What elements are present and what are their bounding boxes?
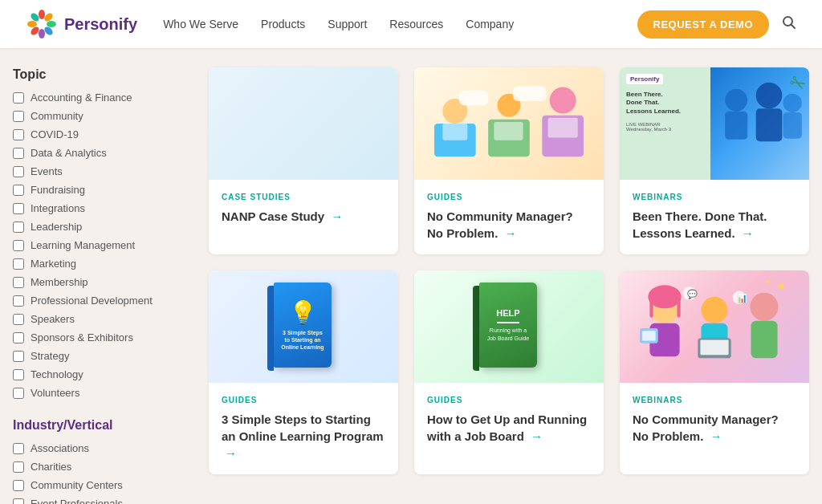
card-image-2 — [414, 67, 604, 180]
nav-products[interactable]: Products — [261, 18, 305, 30]
card-no-community-manager[interactable]: GUIDES No Community Manager? No Problem.… — [414, 67, 604, 254]
filter-integrations[interactable]: Integrations — [13, 202, 189, 214]
cards-grid: CASE STUDIES NANP Case Study → — [209, 67, 809, 474]
card-3-simple-steps[interactable]: 💡 3 Simple Steps to Starting an Online L… — [209, 270, 398, 474]
filter-learning-management[interactable]: Learning Management — [13, 239, 189, 251]
card-image-5: HELP Running with a Job Board Guide — [414, 270, 604, 383]
checkbox-speakers[interactable] — [13, 314, 24, 325]
label-marketing: Marketing — [31, 258, 76, 270]
card-arrow-1: → — [331, 209, 343, 223]
card-been-there[interactable]: Personify Been There.Done That.Lessons L… — [620, 67, 809, 254]
checkbox-integrations[interactable] — [13, 203, 24, 214]
filter-covid19[interactable]: COVID-19 — [13, 128, 189, 140]
label-volunteers: Volunteers — [31, 387, 79, 399]
main-nav: Who We Serve Products Support Resources … — [163, 18, 637, 30]
checkbox-leadership[interactable] — [13, 222, 24, 233]
checkbox-fundraising[interactable] — [13, 185, 24, 196]
card-category-2: GUIDES — [427, 193, 591, 201]
checkbox-strategy[interactable] — [13, 351, 24, 362]
filter-event-professionals[interactable]: Event Professionals — [13, 498, 189, 504]
card-arrow-3: → — [742, 226, 754, 240]
svg-text:💬: 💬 — [687, 289, 698, 299]
card-image-6: 📊 💬 ★ ✦ — [620, 270, 809, 383]
svg-line-11 — [791, 24, 796, 28]
checkbox-volunteers[interactable] — [13, 388, 24, 399]
checkbox-sponsors-exhibitors[interactable] — [13, 332, 24, 343]
svg-rect-21 — [459, 91, 488, 106]
card-job-board[interactable]: HELP Running with a Job Board Guide GUID… — [414, 270, 604, 474]
header-actions: REQUEST A DEMO — [637, 10, 797, 39]
filter-events[interactable]: Events — [13, 165, 189, 177]
checkbox-community-centers[interactable] — [13, 480, 24, 491]
card-category-6: WEBINARS — [633, 396, 796, 404]
checkbox-community[interactable] — [13, 111, 24, 122]
checkbox-membership[interactable] — [13, 277, 24, 288]
filter-volunteers[interactable]: Volunteers — [13, 387, 189, 399]
filter-community-centers[interactable]: Community Centers — [13, 479, 189, 491]
label-leadership: Leadership — [31, 221, 82, 233]
svg-rect-28 — [783, 112, 802, 139]
topic-filter-list: Accounting & Finance Community COVID-19 … — [13, 91, 189, 399]
checkbox-learning-management[interactable] — [13, 240, 24, 251]
svg-rect-14 — [442, 124, 467, 140]
checkbox-professional-development[interactable] — [13, 295, 24, 307]
filter-speakers[interactable]: Speakers — [13, 313, 189, 325]
search-button[interactable] — [782, 15, 796, 34]
label-fundraising: Fundraising — [31, 184, 85, 196]
nav-who-we-serve[interactable]: Who We Serve — [163, 18, 238, 30]
filter-associations[interactable]: Associations — [13, 442, 189, 454]
filter-membership[interactable]: Membership — [13, 276, 189, 288]
people-webinar-svg: 📊 💬 ★ ✦ — [626, 277, 803, 376]
filter-technology[interactable]: Technology — [13, 368, 189, 380]
filter-marketing[interactable]: Marketing — [13, 258, 189, 270]
checkbox-marketing[interactable] — [13, 258, 24, 270]
filter-leadership[interactable]: Leadership — [13, 221, 189, 233]
filter-community[interactable]: Community — [13, 110, 189, 122]
logo-icon — [26, 8, 58, 40]
label-events: Events — [31, 165, 63, 177]
svg-rect-17 — [494, 122, 523, 140]
checkbox-associations[interactable] — [13, 443, 24, 454]
svg-point-9 — [37, 19, 47, 29]
webinar-left-panel: Personify Been There.Done That.Lessons L… — [620, 67, 714, 180]
card-no-community-manager-webinar[interactable]: 📊 💬 ★ ✦ WEBINARS No Community Manager? N… — [620, 270, 809, 474]
svg-point-36 — [701, 297, 727, 323]
industry-section-title: Industry/Vertical — [13, 418, 189, 433]
checkbox-event-professionals[interactable] — [13, 498, 24, 505]
webinar-brand-badge: Personify — [626, 74, 663, 84]
svg-rect-31 — [649, 297, 653, 318]
topic-section-title: Topic — [13, 67, 189, 82]
checkbox-charities[interactable] — [13, 461, 24, 473]
logo[interactable]: Personify — [26, 8, 137, 40]
logo-text: Personify — [64, 15, 137, 34]
checkbox-accounting-finance[interactable] — [13, 92, 24, 104]
svg-text:📊: 📊 — [737, 293, 747, 303]
filter-professional-development[interactable]: Professional Development — [13, 295, 189, 307]
nav-resources[interactable]: Resources — [389, 18, 443, 30]
card-arrow-5: → — [531, 429, 543, 443]
card-title-4: 3 Simple Steps to Starting an Online Lea… — [222, 411, 385, 461]
nav-company[interactable]: Company — [466, 18, 514, 30]
filter-charities[interactable]: Charities — [13, 461, 189, 473]
checkbox-data-analytics[interactable] — [13, 148, 24, 159]
main-layout: Topic Accounting & Finance Community COV… — [0, 48, 822, 504]
request-demo-button[interactable]: REQUEST A DEMO — [637, 10, 770, 39]
filter-strategy[interactable]: Strategy — [13, 350, 189, 362]
card-nanp-case-study[interactable]: CASE STUDIES NANP Case Study → — [209, 67, 398, 254]
industry-filter-list: Associations Charities Community Centers… — [13, 442, 189, 504]
filter-accounting-finance[interactable]: Accounting & Finance — [13, 91, 189, 104]
nav-support[interactable]: Support — [328, 18, 367, 30]
filter-sponsors-exhibitors[interactable]: Sponsors & Exhibitors — [13, 331, 189, 343]
book-green-container: HELP Running with a Job Board Guide — [473, 282, 545, 371]
search-icon — [782, 15, 796, 30]
people-svg-2 — [421, 74, 597, 173]
filter-fundraising[interactable]: Fundraising — [13, 184, 189, 196]
checkbox-events[interactable] — [13, 166, 24, 177]
book-cover: 💡 3 Simple Steps to Starting an Online L… — [274, 282, 332, 368]
svg-rect-22 — [513, 87, 546, 102]
svg-point-1 — [39, 10, 45, 19]
filter-data-analytics[interactable]: Data & Analytics — [13, 147, 189, 159]
checkbox-technology[interactable] — [13, 369, 24, 380]
checkbox-covid19[interactable] — [13, 129, 24, 140]
label-community: Community — [31, 110, 83, 122]
